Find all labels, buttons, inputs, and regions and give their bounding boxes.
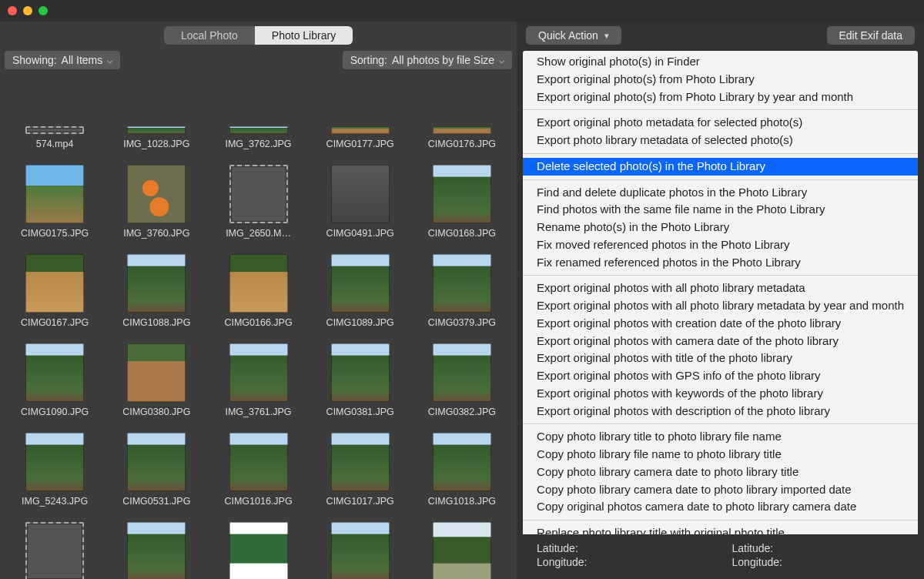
photo-thumbnail[interactable]	[331, 522, 390, 579]
quick-action-item[interactable]: Export original photos with keywords of …	[523, 385, 918, 403]
photo-cell[interactable]: CIMG0530.JPG	[119, 522, 194, 579]
photo-cell[interactable]: CIMG1018.JPG	[424, 433, 500, 507]
photo-cell[interactable]: CIMG1089.JPG	[323, 254, 398, 328]
quick-action-item[interactable]: Find photos with the same file name in t…	[523, 201, 918, 219]
photo-cell[interactable]: IMG_1028.JPG	[119, 75, 194, 149]
quick-action-item[interactable]: Export photo library metadata of selecte…	[523, 132, 918, 149]
photo-caption: CIMG0531.JPG	[122, 496, 190, 507]
photo-cell[interactable]: CIMG0175.JPG	[17, 165, 92, 239]
photo-cell[interactable]: IMG_3573.JPG	[424, 522, 500, 579]
photo-thumbnail[interactable]	[331, 254, 390, 313]
photo-cell[interactable]: CIMG1016.JPG	[220, 433, 296, 507]
photo-cell[interactable]: 574.mp4	[17, 75, 92, 149]
quick-action-item[interactable]: Export original photo(s) from Photo Libr…	[523, 89, 918, 106]
quick-action-item[interactable]: Copy photo library title to photo librar…	[523, 428, 918, 446]
window-zoom-icon[interactable]	[38, 6, 48, 15]
photo-caption: CIMG1018.JPG	[428, 496, 496, 507]
photo-thumbnail[interactable]	[433, 165, 491, 223]
photo-thumbnail[interactable]	[229, 433, 288, 491]
photo-cell[interactable]: IMG_3761.JPG	[220, 343, 296, 417]
photo-caption: 574.mp4	[36, 139, 74, 149]
quick-action-item[interactable]: Export original photos with all photo li…	[523, 279, 918, 297]
quick-action-item[interactable]: Copy photo library file name to photo li…	[523, 446, 918, 464]
quick-action-item[interactable]: Copy photo library camera date to photo …	[523, 481, 918, 499]
photo-thumbnail[interactable]	[433, 343, 491, 402]
photo-thumbnail[interactable]	[331, 343, 390, 402]
photo-thumbnail[interactable]	[25, 126, 84, 134]
photo-caption: CIMG0168.JPG	[428, 228, 496, 239]
photo-thumbnail[interactable]	[25, 522, 84, 579]
quick-action-item[interactable]: Export original photo metadata for selec…	[523, 114, 918, 132]
photo-cell[interactable]: CIMG0531.JPG	[119, 433, 194, 507]
photo-cell[interactable]: CIMG0176.JPG	[424, 75, 500, 149]
tab-local-photo[interactable]: Local Photo	[164, 26, 255, 45]
photo-cell[interactable]: CIMG1083.JPG	[323, 522, 398, 579]
photo-cell[interactable]: IMG_5243.JPG	[17, 433, 92, 507]
photo-thumbnail[interactable]	[127, 254, 186, 313]
photo-thumbnail[interactable]	[127, 343, 186, 402]
photo-cell[interactable]: CIMG0381.JPG	[323, 343, 398, 417]
photo-cell[interactable]: IMG_3762.JPG	[220, 75, 296, 149]
quick-action-item[interactable]: Replace photo library title with origina…	[523, 524, 918, 534]
photo-thumbnail[interactable]	[433, 254, 491, 313]
photo-thumbnail[interactable]	[229, 522, 288, 579]
quick-action-item[interactable]: Copy photo library camera date to photo …	[523, 464, 918, 481]
quick-action-item[interactable]: Show original photo(s) in Finder	[523, 53, 918, 71]
photo-cell[interactable]: IMG_2650.M…	[220, 165, 296, 239]
source-segmented-control: Local Photo Photo Library	[164, 26, 353, 45]
photo-cell[interactable]: 0H6A6612.J…	[220, 522, 296, 579]
quick-action-item[interactable]: Export original photos with description …	[523, 403, 918, 420]
photo-thumbnail[interactable]	[433, 126, 491, 134]
quick-action-item[interactable]: Fix renamed referenced photos in the Pho…	[523, 254, 918, 272]
quick-action-item[interactable]: Rename photo(s) in the Photo Library	[523, 219, 918, 236]
photo-thumbnail[interactable]	[25, 165, 84, 223]
photo-cell[interactable]: IMG_3760.JPG	[119, 165, 194, 239]
photo-thumbnail[interactable]	[433, 433, 491, 491]
photo-thumbnail[interactable]	[127, 522, 186, 579]
quick-action-item[interactable]: Fix moved referenced photos in the Photo…	[523, 236, 918, 254]
photo-cell[interactable]: CIMG0167.JPG	[17, 254, 92, 328]
photo-cell[interactable]: CIMG0382.JPG	[424, 343, 500, 417]
showing-dropdown[interactable]: Showing: All Items	[5, 51, 120, 69]
photo-thumbnail[interactable]	[229, 165, 288, 223]
photo-thumbnail[interactable]	[127, 433, 186, 491]
photo-thumbnail[interactable]	[331, 126, 390, 134]
photo-cell[interactable]: CIMG1088.JPG	[119, 254, 194, 328]
photo-cell[interactable]: IMG_4838.M…	[17, 522, 92, 579]
quick-action-item[interactable]: Find and delete duplicate photos in the …	[523, 184, 918, 202]
photo-thumbnail[interactable]	[331, 433, 390, 491]
photo-cell[interactable]: CIMG0379.JPG	[424, 254, 500, 328]
quick-action-item[interactable]: Export original photos with all photo li…	[523, 297, 918, 315]
photo-cell[interactable]: CIMG0491.JPG	[323, 165, 398, 239]
photo-cell[interactable]: CIMG1017.JPG	[323, 433, 398, 507]
quick-action-item[interactable]: Export original photos with GPS info of …	[523, 367, 918, 385]
photo-thumbnail[interactable]	[229, 343, 288, 402]
quick-action-item[interactable]: Export original photos with title of the…	[523, 350, 918, 367]
photo-thumbnail[interactable]	[433, 522, 491, 579]
photo-thumbnail[interactable]	[229, 126, 288, 134]
photo-cell[interactable]: CIMG1090.JPG	[17, 343, 92, 417]
photo-cell[interactable]: CIMG0380.JPG	[119, 343, 194, 417]
quick-action-dropdown[interactable]: Quick Action	[526, 26, 621, 45]
window-close-icon[interactable]	[8, 6, 17, 15]
quick-action-item[interactable]: Export original photo(s) from Photo Libr…	[523, 71, 918, 89]
quick-action-item[interactable]: Copy original photos camera date to phot…	[523, 498, 918, 516]
quick-action-item[interactable]: Export original photos with creation dat…	[523, 315, 918, 333]
tab-photo-library[interactable]: Photo Library	[255, 26, 353, 45]
window-minimize-icon[interactable]	[23, 6, 32, 15]
photo-cell[interactable]: CIMG0166.JPG	[220, 254, 296, 328]
edit-exif-button[interactable]: Edit Exif data	[827, 26, 916, 45]
photo-cell[interactable]: CIMG0168.JPG	[424, 165, 500, 239]
photo-thumbnail[interactable]	[229, 254, 288, 313]
photo-cell[interactable]: CIMG0177.JPG	[323, 75, 398, 149]
photo-thumbnail[interactable]	[25, 343, 84, 402]
action-panel: Quick Action Edit Exif data Show origina…	[517, 22, 924, 579]
photo-thumbnail[interactable]	[127, 126, 186, 134]
quick-action-item[interactable]: Export original photos with camera date …	[523, 333, 918, 350]
sorting-dropdown[interactable]: Sorting: All photos by file Size	[343, 51, 512, 69]
photo-thumbnail[interactable]	[127, 165, 186, 223]
quick-action-item[interactable]: Delete selected photo(s) in the Photo Li…	[523, 158, 918, 176]
photo-thumbnail[interactable]	[25, 254, 84, 313]
photo-thumbnail[interactable]	[331, 165, 390, 223]
photo-thumbnail[interactable]	[25, 433, 84, 491]
